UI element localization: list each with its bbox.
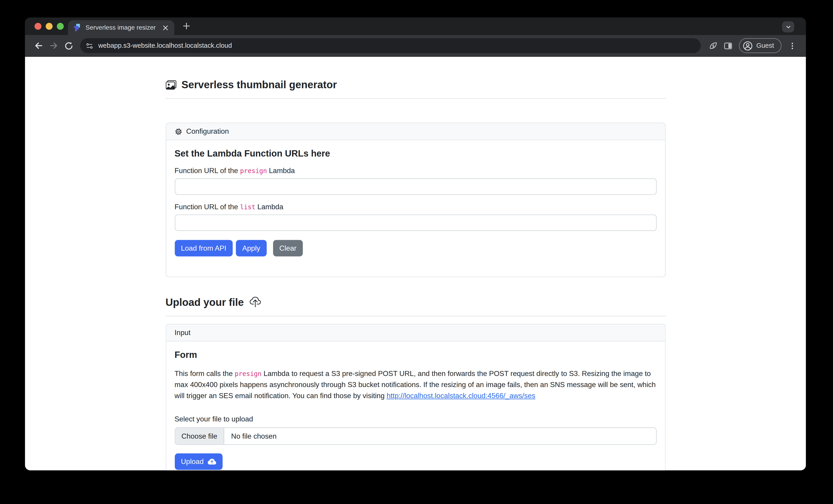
page-title-text: Serverless thumbnail generator [181,78,337,91]
new-tab-button[interactable] [180,19,193,32]
tab-title: Serverless image resizer [86,24,157,31]
presign-url-label: Function URL of the presign Lambda [174,167,657,175]
minimize-window-button[interactable] [46,23,53,30]
site-controls-icon[interactable] [86,42,94,50]
configuration-card: Configuration Set the Lambda Function UR… [165,123,665,277]
file-input[interactable]: Choose file No file chosen [174,428,657,445]
window-controls [34,23,64,30]
config-heading: Set the Lambda Function URLs here [174,149,657,159]
upload-heading-text: Upload your file [165,296,244,308]
list-url-label: Function URL of the list Lambda [174,203,657,211]
ses-link[interactable]: http://localhost.localstack.cloud:4566/_… [387,392,536,400]
browser-toolbar: webapp.s3-website.localhost.localstack.c… [25,35,806,57]
gear-icon [174,128,182,135]
configuration-card-header: Configuration [166,123,665,140]
profile-label: Guest [756,42,774,49]
upload-button-label: Upload [181,458,204,465]
images-icon [165,79,176,90]
page-content: Serverless thumbnail generator Co [25,57,806,470]
list-code: list [240,203,255,211]
forward-icon[interactable] [46,38,61,53]
profile-button[interactable]: Guest [739,38,782,53]
back-icon[interactable] [31,38,46,53]
tab-strip: Serverless image resizer [25,18,806,35]
apply-button[interactable]: Apply [236,240,267,256]
profile-icon [742,41,753,51]
choose-file-button[interactable]: Choose file [175,428,224,445]
cloud-upload-fill-icon [208,457,216,466]
cloud-upload-icon [250,297,261,308]
side-panel-icon[interactable] [721,38,736,53]
load-from-api-button[interactable]: Load from API [174,240,233,256]
input-card-title: Input [174,329,190,336]
list-url-input[interactable] [174,215,657,231]
tab-search-button[interactable] [782,21,794,32]
form-heading: Form [174,350,657,360]
clear-button[interactable]: Clear [273,240,303,256]
divider [165,98,665,99]
upload-button[interactable]: Upload [174,454,223,470]
url-text: webapp.s3-website.localhost.localstack.c… [98,42,232,49]
browser-window: Serverless image resizer [25,18,806,470]
address-bar[interactable]: webapp.s3-website.localhost.localstack.c… [80,38,700,53]
reload-icon[interactable] [61,38,76,53]
close-window-button[interactable] [34,23,42,30]
divider [165,316,665,316]
presign-url-input[interactable] [174,178,657,195]
configuration-card-title: Configuration [186,127,229,135]
kebab-menu-icon[interactable] [785,38,800,53]
presign-code: presign [235,370,262,378]
presign-code: presign [240,167,267,175]
form-description: This form calls the presign Lambda to re… [174,368,657,401]
screen: Serverless image resizer [0,0,833,504]
input-card: Input Form This form calls the presign L… [165,324,665,471]
zoom-window-button[interactable] [57,23,64,30]
tab-serverless-image-resizer[interactable]: Serverless image resizer [68,20,174,35]
energy-saver-icon[interactable] [706,38,721,53]
file-status-text: No file chosen [224,428,284,445]
page-title: Serverless thumbnail generator [165,57,665,91]
close-icon[interactable] [161,23,170,32]
file-select-label: Select your file to upload [174,415,657,423]
favicon [73,23,81,32]
input-card-header: Input [166,324,665,342]
upload-section-heading: Upload your file [165,296,665,308]
